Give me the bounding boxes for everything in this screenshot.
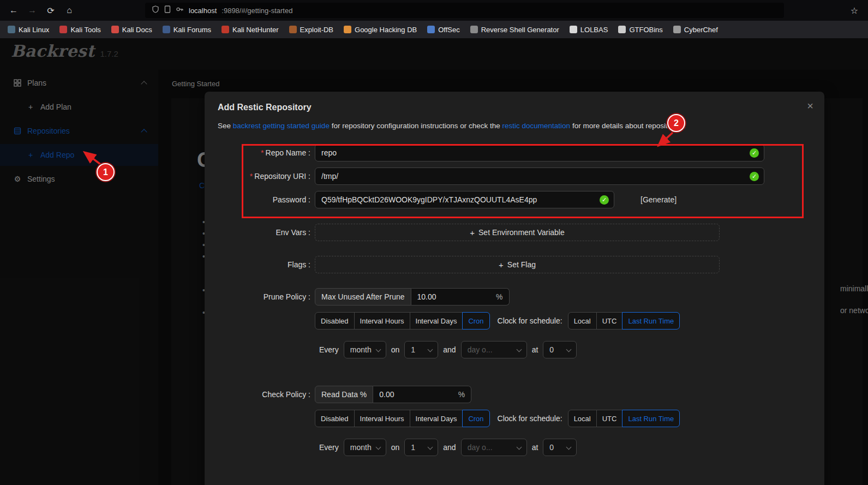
- set-environment-variable-button[interactable]: +Set Environment Variable: [315, 224, 720, 241]
- password-input[interactable]: [321, 195, 596, 204]
- add-restic-repository-modal: Add Restic Repository × See backrest get…: [205, 92, 824, 485]
- restic-documentation-link[interactable]: restic documentation: [502, 122, 571, 130]
- check-policy-group: Read Data % %: [315, 386, 471, 403]
- bookmark-label: CyberChef: [684, 26, 718, 34]
- prune-day-of-week-select[interactable]: day o...: [461, 341, 527, 358]
- label-text: Flags :: [288, 260, 310, 269]
- bookmark-reverse-shell-generator[interactable]: Reverse Shell Generator: [470, 26, 559, 34]
- prune-hour-select[interactable]: 0: [543, 341, 577, 358]
- intro-text: for repository configuration instruction…: [330, 122, 502, 130]
- prune-schedule-cron[interactable]: Cron: [462, 312, 489, 330]
- and-label: and: [443, 345, 456, 354]
- select-value: 1: [411, 345, 415, 354]
- shield-icon[interactable]: [152, 5, 159, 15]
- bookmark-cyberchef[interactable]: CyberChef: [673, 26, 718, 34]
- check-value-input[interactable]: [379, 390, 455, 399]
- key-icon[interactable]: [176, 5, 184, 15]
- bookmark-kali-tools[interactable]: Kali Tools: [59, 26, 100, 34]
- repo-name-input[interactable]: [321, 148, 746, 157]
- bookmark-kali-nethunter[interactable]: Kali NetHunter: [222, 26, 279, 34]
- check-addon: Read Data %: [315, 386, 373, 403]
- check-day-of-week-select[interactable]: day o...: [461, 439, 527, 456]
- check-cron-row: Every month on 1 and day o... at 0: [319, 439, 811, 456]
- bookmark-google-hacking-db[interactable]: Google Hacking DB: [344, 26, 417, 34]
- env-vars-row: Env Vars : +Set Environment Variable: [218, 224, 811, 241]
- check-schedule-disabled[interactable]: Disabled: [315, 410, 355, 427]
- getting-started-guide-link[interactable]: backrest getting started guide: [233, 122, 330, 130]
- prune-value-wrap: %: [411, 288, 510, 306]
- cyberchef-icon: [673, 26, 681, 33]
- bookmark-kali-docs[interactable]: Kali Docs: [111, 26, 152, 34]
- bookmark-label: GTFOBins: [629, 26, 662, 34]
- repo-uri-row: *Repository URI : ✓: [218, 167, 811, 185]
- check-clock-utc[interactable]: UTC: [596, 410, 623, 427]
- every-label: Every: [319, 345, 339, 354]
- prune-value-input[interactable]: [417, 292, 493, 301]
- check-value-wrap: %: [373, 386, 471, 403]
- back-button[interactable]: ←: [5, 3, 22, 18]
- check-clock-last-run-time[interactable]: Last Run Time: [622, 410, 680, 427]
- repository-form: *Repo Name : ✓ *Repository URI : ✓ Passw…: [218, 144, 811, 456]
- set-flag-button[interactable]: +Set Flag: [315, 256, 720, 273]
- repo-uri-input[interactable]: [321, 172, 746, 181]
- page-icon[interactable]: [164, 5, 171, 15]
- bookmarks-bar: Kali Linux Kali Tools Kali Docs Kali For…: [0, 21, 868, 38]
- prune-schedule-disabled[interactable]: Disabled: [315, 312, 355, 330]
- valid-check-icon: ✓: [600, 195, 609, 205]
- check-clock-local[interactable]: Local: [568, 410, 597, 427]
- prune-month-select[interactable]: month: [344, 341, 386, 358]
- select-value: 0: [549, 443, 554, 452]
- check-schedule-cron[interactable]: Cron: [462, 410, 489, 427]
- bookmark-kali-forums[interactable]: Kali Forums: [163, 26, 211, 34]
- url-bar[interactable]: localhost:9898/#/getting-started: [145, 3, 784, 18]
- bookmark-gtfobins[interactable]: GTFOBins: [618, 26, 662, 34]
- prune-schedule-interval-hours[interactable]: Interval Hours: [354, 312, 410, 330]
- label-text: Repo Name :: [266, 148, 310, 157]
- repo-name-row: *Repo Name : ✓: [218, 144, 811, 161]
- prune-clock-utc[interactable]: UTC: [596, 312, 623, 330]
- prune-policy-row: Prune Policy : Max Unused After Prune %: [218, 288, 811, 306]
- check-day-of-month-select[interactable]: 1: [404, 439, 438, 456]
- bookmark-exploit-db[interactable]: Exploit-DB: [289, 26, 333, 34]
- bookmark-label: Kali NetHunter: [232, 26, 279, 34]
- required-icon: *: [261, 148, 264, 157]
- home-button[interactable]: ⌂: [61, 3, 77, 18]
- chevron-down-icon: [375, 445, 381, 450]
- modal-intro: See backrest getting started guide for r…: [218, 122, 811, 130]
- annotation-badge-1: 1: [97, 163, 115, 181]
- select-value: 1: [411, 443, 415, 452]
- every-label: Every: [319, 443, 339, 452]
- check-clock-label: Clock for schedule:: [498, 414, 562, 423]
- bookmark-label: Kali Tools: [70, 26, 100, 34]
- bookmark-star-icon[interactable]: ☆: [846, 3, 863, 18]
- check-hour-select[interactable]: 0: [543, 439, 577, 456]
- kali-tools-icon: [59, 26, 67, 33]
- prune-schedule-row: Disabled Interval Hours Interval Days Cr…: [315, 312, 811, 330]
- url-path: :9898/#/getting-started: [222, 7, 292, 15]
- chevron-down-icon: [566, 347, 572, 352]
- check-schedule-interval-hours[interactable]: Interval Hours: [354, 410, 410, 427]
- check-schedule-interval-days[interactable]: Interval Days: [410, 410, 463, 427]
- prune-schedule-interval-days[interactable]: Interval Days: [410, 312, 463, 330]
- check-clock-segmented: Local UTC Last Run Time: [568, 410, 680, 427]
- modal-title: Add Restic Repository: [218, 103, 811, 112]
- prune-clock-last-run-time[interactable]: Last Run Time: [622, 312, 680, 330]
- bookmark-offsec[interactable]: OffSec: [427, 26, 460, 34]
- valid-check-icon: ✓: [750, 172, 759, 181]
- select-placeholder: day o...: [468, 443, 493, 452]
- prune-day-of-month-select[interactable]: 1: [404, 341, 438, 358]
- prune-schedule-segmented: Disabled Interval Hours Interval Days Cr…: [315, 312, 490, 330]
- close-icon[interactable]: ×: [807, 100, 813, 112]
- label-text: Prune Policy :: [264, 292, 310, 301]
- repo-name-label: *Repo Name :: [218, 148, 310, 157]
- refresh-button[interactable]: ⟳: [43, 3, 59, 18]
- bookmark-lolbas[interactable]: LOLBAS: [570, 26, 608, 34]
- bookmark-kali-linux[interactable]: Kali Linux: [8, 26, 49, 34]
- prune-clock-local[interactable]: Local: [568, 312, 597, 330]
- password-label: Password :: [218, 195, 310, 204]
- generate-password-link[interactable]: [Generate]: [640, 195, 677, 204]
- button-label: Set Flag: [507, 260, 536, 269]
- check-month-select[interactable]: month: [344, 439, 386, 456]
- forward-button[interactable]: →: [24, 3, 40, 18]
- percent-suffix: %: [496, 292, 502, 301]
